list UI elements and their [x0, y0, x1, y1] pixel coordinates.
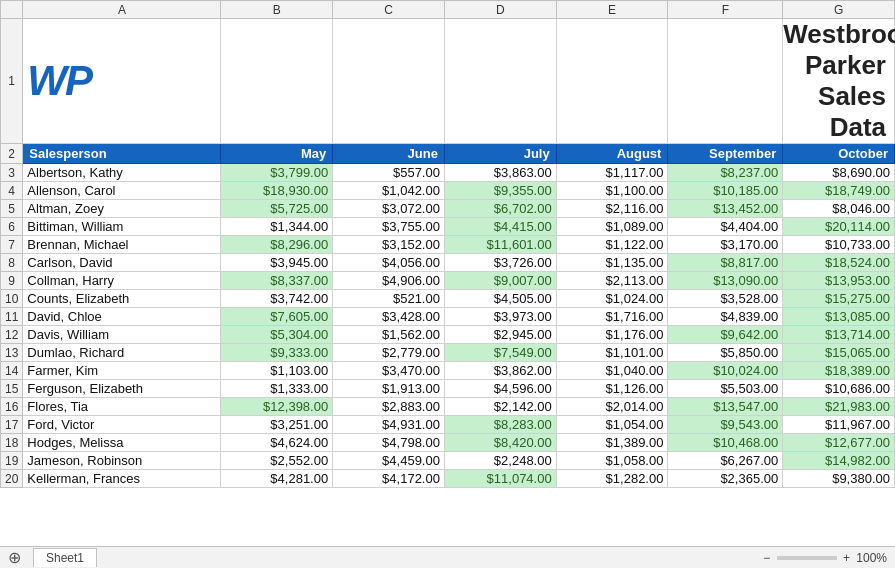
cell-money[interactable]: $4,906.00: [333, 272, 445, 290]
cell-money[interactable]: $8,046.00: [783, 200, 895, 218]
cell-money[interactable]: $10,686.00: [783, 380, 895, 398]
col-header-d[interactable]: D: [444, 1, 556, 19]
cell-money[interactable]: $13,953.00: [783, 272, 895, 290]
cell-money[interactable]: $1,389.00: [556, 434, 668, 452]
cell-money[interactable]: $10,185.00: [668, 182, 783, 200]
header-september[interactable]: September: [668, 144, 783, 164]
table-row[interactable]: 19Jameson, Robinson$2,552.00$4,459.00$2,…: [1, 452, 895, 470]
cell-money[interactable]: $1,054.00: [556, 416, 668, 434]
cell-salesperson[interactable]: David, Chloe: [23, 308, 221, 326]
cell-money[interactable]: $1,040.00: [556, 362, 668, 380]
cell-money[interactable]: $4,596.00: [444, 380, 556, 398]
cell-money[interactable]: $521.00: [333, 290, 445, 308]
cell-salesperson[interactable]: Kellerman, Frances: [23, 470, 221, 488]
cell-salesperson[interactable]: Farmer, Kim: [23, 362, 221, 380]
header-august[interactable]: August: [556, 144, 668, 164]
cell-money[interactable]: $13,085.00: [783, 308, 895, 326]
cell-money[interactable]: $12,677.00: [783, 434, 895, 452]
cell-money[interactable]: $3,973.00: [444, 308, 556, 326]
cell-money[interactable]: $5,304.00: [221, 326, 333, 344]
table-row[interactable]: 3Albertson, Kathy$3,799.00$557.00$3,863.…: [1, 164, 895, 182]
cell-money[interactable]: $1,103.00: [221, 362, 333, 380]
cell-money[interactable]: $1,126.00: [556, 380, 668, 398]
cell-money[interactable]: $7,605.00: [221, 308, 333, 326]
col-header-f[interactable]: F: [668, 1, 783, 19]
cell-money[interactable]: $10,468.00: [668, 434, 783, 452]
table-row[interactable]: 20Kellerman, Frances$4,281.00$4,172.00$1…: [1, 470, 895, 488]
table-row[interactable]: 10Counts, Elizabeth$3,742.00$521.00$4,50…: [1, 290, 895, 308]
cell-salesperson[interactable]: Counts, Elizabeth: [23, 290, 221, 308]
cell-money[interactable]: $3,152.00: [333, 236, 445, 254]
cell-money[interactable]: $2,779.00: [333, 344, 445, 362]
cell-money[interactable]: $9,007.00: [444, 272, 556, 290]
cell-money[interactable]: $1,176.00: [556, 326, 668, 344]
cell-money[interactable]: $4,798.00: [333, 434, 445, 452]
table-row[interactable]: 17Ford, Victor$3,251.00$4,931.00$8,283.0…: [1, 416, 895, 434]
cell-salesperson[interactable]: Ferguson, Elizabeth: [23, 380, 221, 398]
cell-money[interactable]: $4,415.00: [444, 218, 556, 236]
add-sheet-button[interactable]: ⊕: [0, 548, 29, 567]
header-october[interactable]: October: [783, 144, 895, 164]
cell-money[interactable]: $3,945.00: [221, 254, 333, 272]
cell-money[interactable]: $8,420.00: [444, 434, 556, 452]
zoom-out-icon[interactable]: −: [760, 551, 773, 565]
cell-money[interactable]: $8,337.00: [221, 272, 333, 290]
cell-money[interactable]: $1,117.00: [556, 164, 668, 182]
cell-money[interactable]: $4,056.00: [333, 254, 445, 272]
header-july[interactable]: July: [444, 144, 556, 164]
cell-money[interactable]: $18,389.00: [783, 362, 895, 380]
col-header-a[interactable]: A: [23, 1, 221, 19]
cell-money[interactable]: $3,862.00: [444, 362, 556, 380]
cell-money[interactable]: $18,524.00: [783, 254, 895, 272]
cell-money[interactable]: $8,296.00: [221, 236, 333, 254]
cell-money[interactable]: $1,913.00: [333, 380, 445, 398]
cell-money[interactable]: $8,237.00: [668, 164, 783, 182]
table-row[interactable]: 15Ferguson, Elizabeth$1,333.00$1,913.00$…: [1, 380, 895, 398]
cell-money[interactable]: $1,282.00: [556, 470, 668, 488]
cell-money[interactable]: $4,931.00: [333, 416, 445, 434]
cell-money[interactable]: $6,702.00: [444, 200, 556, 218]
cell-money[interactable]: $1,058.00: [556, 452, 668, 470]
cell-money[interactable]: $2,014.00: [556, 398, 668, 416]
cell-money[interactable]: $2,113.00: [556, 272, 668, 290]
cell-salesperson[interactable]: Jameson, Robinson: [23, 452, 221, 470]
cell-money[interactable]: $1,344.00: [221, 218, 333, 236]
cell-money[interactable]: $3,742.00: [221, 290, 333, 308]
cell-money[interactable]: $3,528.00: [668, 290, 783, 308]
cell-money[interactable]: $3,726.00: [444, 254, 556, 272]
cell-money[interactable]: $9,380.00: [783, 470, 895, 488]
cell-money[interactable]: $15,065.00: [783, 344, 895, 362]
cell-money[interactable]: $1,101.00: [556, 344, 668, 362]
cell-money[interactable]: $4,624.00: [221, 434, 333, 452]
sheet-tab[interactable]: Sheet1: [33, 548, 97, 567]
cell-money[interactable]: $4,281.00: [221, 470, 333, 488]
cell-money[interactable]: $4,505.00: [444, 290, 556, 308]
cell-money[interactable]: $1,024.00: [556, 290, 668, 308]
cell-money[interactable]: $20,114.00: [783, 218, 895, 236]
cell-money[interactable]: $3,170.00: [668, 236, 783, 254]
table-row[interactable]: 14Farmer, Kim$1,103.00$3,470.00$3,862.00…: [1, 362, 895, 380]
cell-money[interactable]: $557.00: [333, 164, 445, 182]
cell-salesperson[interactable]: Ford, Victor: [23, 416, 221, 434]
header-june[interactable]: June: [333, 144, 445, 164]
cell-money[interactable]: $14,982.00: [783, 452, 895, 470]
cell-money[interactable]: $3,755.00: [333, 218, 445, 236]
cell-money[interactable]: $8,283.00: [444, 416, 556, 434]
cell-salesperson[interactable]: Albertson, Kathy: [23, 164, 221, 182]
cell-money[interactable]: $2,365.00: [668, 470, 783, 488]
cell-money[interactable]: $18,930.00: [221, 182, 333, 200]
cell-money[interactable]: $4,459.00: [333, 452, 445, 470]
col-header-b[interactable]: B: [221, 1, 333, 19]
cell-money[interactable]: $11,601.00: [444, 236, 556, 254]
table-row[interactable]: 5Altman, Zoey$5,725.00$3,072.00$6,702.00…: [1, 200, 895, 218]
cell-money[interactable]: $1,042.00: [333, 182, 445, 200]
cell-salesperson[interactable]: Collman, Harry: [23, 272, 221, 290]
cell-salesperson[interactable]: Allenson, Carol: [23, 182, 221, 200]
cell-money[interactable]: $2,945.00: [444, 326, 556, 344]
table-row[interactable]: 9Collman, Harry$8,337.00$4,906.00$9,007.…: [1, 272, 895, 290]
cell-money[interactable]: $2,142.00: [444, 398, 556, 416]
cell-money[interactable]: $5,725.00: [221, 200, 333, 218]
cell-salesperson[interactable]: Brennan, Michael: [23, 236, 221, 254]
col-header-e[interactable]: E: [556, 1, 668, 19]
cell-money[interactable]: $1,122.00: [556, 236, 668, 254]
